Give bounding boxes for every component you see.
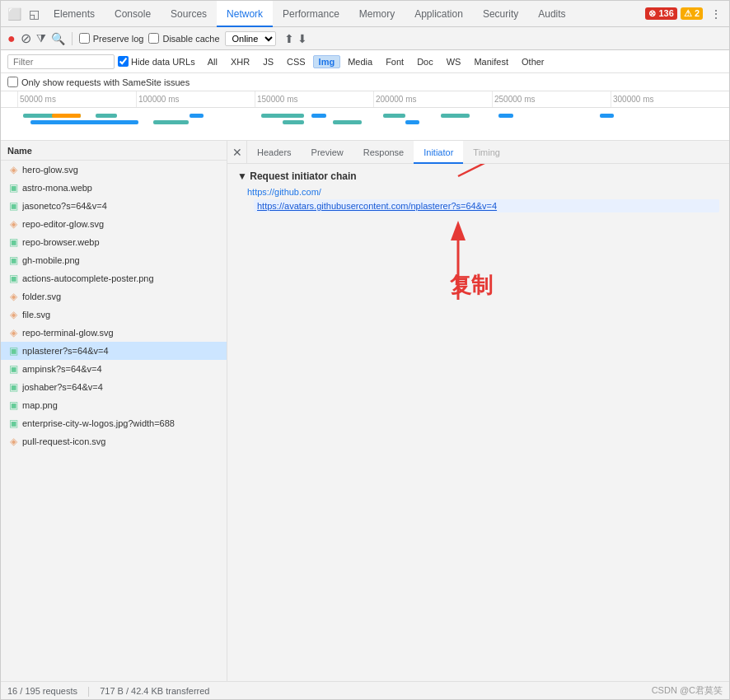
sub-tab-timing[interactable]: Timing: [463, 141, 510, 164]
search-icon[interactable]: 🔍: [51, 32, 65, 45]
file-name: enterprise-city-w-logos.jpg?width=688: [22, 418, 175, 428]
file-name: jasonetco?s=64&v=4: [22, 201, 107, 211]
disable-cache-checkbox[interactable]: [148, 33, 159, 44]
file-item[interactable]: ▣ astro-mona.webp: [1, 179, 227, 197]
more-options-icon[interactable]: ⋮: [706, 4, 726, 24]
tab-performance[interactable]: Performance: [273, 1, 349, 27]
file-item[interactable]: ◈ hero-glow.svg: [1, 161, 227, 179]
sub-tab-headers[interactable]: Headers: [247, 141, 302, 164]
tab-network[interactable]: Network: [217, 1, 273, 27]
file-name: gh-mobile.png: [22, 255, 80, 265]
file-item[interactable]: ▣ jasonetco?s=64&v=4: [1, 197, 227, 215]
preserve-log-checkbox[interactable]: [79, 33, 90, 44]
tab-memory[interactable]: Memory: [349, 1, 405, 27]
filter-ws[interactable]: WS: [441, 55, 467, 68]
close-detail-button[interactable]: ✕: [227, 141, 247, 164]
file-name: file.svg: [22, 310, 50, 320]
img-icon: ▣: [7, 418, 19, 429]
warn-badge: ⚠ 2: [681, 7, 703, 20]
import-icon[interactable]: ⬆: [284, 32, 294, 45]
file-list-panel: Name ◈ hero-glow.svg ▣ astro-mona.webp ▣…: [1, 141, 227, 681]
status-transferred: 717 B / 42.4 KB transferred: [100, 686, 209, 696]
hide-data-urls-checkbox[interactable]: [118, 56, 129, 67]
file-item[interactable]: ◈ file.svg: [1, 306, 227, 324]
top-tab-bar: ⬜ ◱ Elements Console Sources Network Per…: [1, 1, 729, 27]
img-icon: ▣: [7, 381, 19, 393]
file-item[interactable]: ◈ repo-terminal-glow.svg: [1, 324, 227, 342]
samesite-label[interactable]: Only show requests with SameSite issues: [7, 77, 190, 87]
file-item[interactable]: ▣ ampinsk?s=64&v=4: [1, 360, 227, 378]
tl-label-2: 100000 ms: [136, 91, 255, 107]
file-item[interactable]: ▣ joshaber?s=64&v=4: [1, 378, 227, 396]
filter-input[interactable]: [7, 54, 115, 69]
file-name: nplasterer?s=64&v=4: [22, 346, 109, 356]
sub-tab-initiator[interactable]: Initiator: [414, 141, 463, 164]
svg-icon: ◈: [7, 327, 19, 338]
dock-icon[interactable]: ⬜: [4, 4, 24, 24]
filter-manifest[interactable]: Manifest: [468, 55, 514, 68]
stop-icon[interactable]: ⊘: [21, 30, 31, 46]
file-item[interactable]: ▣ actions-autocomplete-poster.png: [1, 269, 227, 287]
file-name: repo-terminal-glow.svg: [22, 328, 114, 338]
svg-icon: ◈: [7, 164, 19, 175]
tab-security[interactable]: Security: [473, 1, 528, 27]
preserve-log-label[interactable]: Preserve log: [79, 33, 144, 44]
file-item[interactable]: ▣ gh-mobile.png: [1, 251, 227, 269]
filter-css[interactable]: CSS: [281, 55, 311, 68]
filter-js[interactable]: JS: [257, 55, 279, 68]
status-bar: 16 / 195 requests | 717 B / 42.4 KB tran…: [1, 681, 729, 699]
filter-all[interactable]: All: [202, 55, 223, 68]
csdn-watermark: CSDN @C君莫笑: [652, 684, 723, 697]
chain-child-item: https://avatars.githubusercontent.com/np…: [254, 199, 719, 212]
timeline-chart: [1, 108, 729, 141]
filter-xhr[interactable]: XHR: [225, 55, 255, 68]
initiator-content: ▼ Request initiator chain https://github…: [227, 164, 729, 681]
img-icon: ▣: [7, 273, 19, 284]
chain-root-url[interactable]: https://github.com/: [247, 187, 719, 197]
status-requests: 16 / 195 requests: [7, 686, 77, 696]
file-item[interactable]: ◈ folder.svg: [1, 287, 227, 306]
filter-type-buttons: All XHR JS CSS Img Media Font Doc WS Man…: [202, 55, 550, 68]
error-badge: ⊗ 136: [645, 7, 676, 20]
file-item[interactable]: ◈ repo-editor-glow.svg: [1, 215, 227, 233]
export-icon[interactable]: ⬇: [297, 32, 307, 45]
tab-sources[interactable]: Sources: [161, 1, 217, 27]
tl-label-4: 200000 ms: [373, 91, 492, 107]
filter-icon[interactable]: ⧩: [36, 31, 46, 45]
undock-icon[interactable]: ◱: [24, 4, 44, 24]
file-item-selected[interactable]: ▣ nplasterer?s=64&v=4: [1, 342, 227, 360]
hide-data-urls-label[interactable]: Hide data URLs: [118, 56, 195, 67]
filter-other[interactable]: Other: [516, 55, 550, 68]
filter-img[interactable]: Img: [313, 55, 341, 68]
img-icon: ▣: [7, 200, 19, 212]
filter-font[interactable]: Font: [380, 55, 409, 68]
file-name: astro-mona.webp: [22, 183, 92, 193]
tab-audits[interactable]: Audits: [528, 1, 575, 27]
file-item[interactable]: ▣ map.png: [1, 396, 227, 414]
tab-elements[interactable]: Elements: [44, 1, 105, 27]
file-name: repo-browser.webp: [22, 237, 100, 247]
tab-console[interactable]: Console: [105, 1, 161, 27]
file-item[interactable]: ◈ pull-request-icon.svg: [1, 432, 227, 450]
img-icon: ▣: [7, 399, 19, 411]
initiator-section-title: ▼ Request initiator chain: [237, 170, 719, 182]
disable-cache-label[interactable]: Disable cache: [148, 33, 219, 44]
filter-doc[interactable]: Doc: [411, 55, 439, 68]
throttle-select[interactable]: Online: [225, 31, 276, 46]
timeline-area: 50000 ms 100000 ms 150000 ms 200000 ms 2…: [1, 91, 729, 141]
sub-tab-preview[interactable]: Preview: [302, 141, 353, 164]
sub-tab-response[interactable]: Response: [353, 141, 414, 164]
file-name: map.png: [22, 400, 58, 410]
samesite-checkbox[interactable]: [7, 77, 18, 87]
filter-media[interactable]: Media: [342, 55, 378, 68]
file-name: repo-editor-glow.svg: [22, 219, 104, 229]
chain-child-url[interactable]: https://avatars.githubusercontent.com/np…: [257, 201, 497, 211]
file-item[interactable]: ▣ enterprise-city-w-logos.jpg?width=688: [1, 414, 227, 432]
img-icon: ▣: [7, 363, 19, 375]
svg-icon: ◈: [7, 218, 19, 230]
top-tab-icons: ⊗ 136 ⚠ 2 ⋮: [645, 4, 726, 24]
file-item[interactable]: ▣ repo-browser.webp: [1, 233, 227, 251]
tab-application[interactable]: Application: [405, 1, 473, 27]
tl-label-5: 250000 ms: [492, 91, 611, 107]
record-icon[interactable]: ●: [7, 31, 16, 46]
